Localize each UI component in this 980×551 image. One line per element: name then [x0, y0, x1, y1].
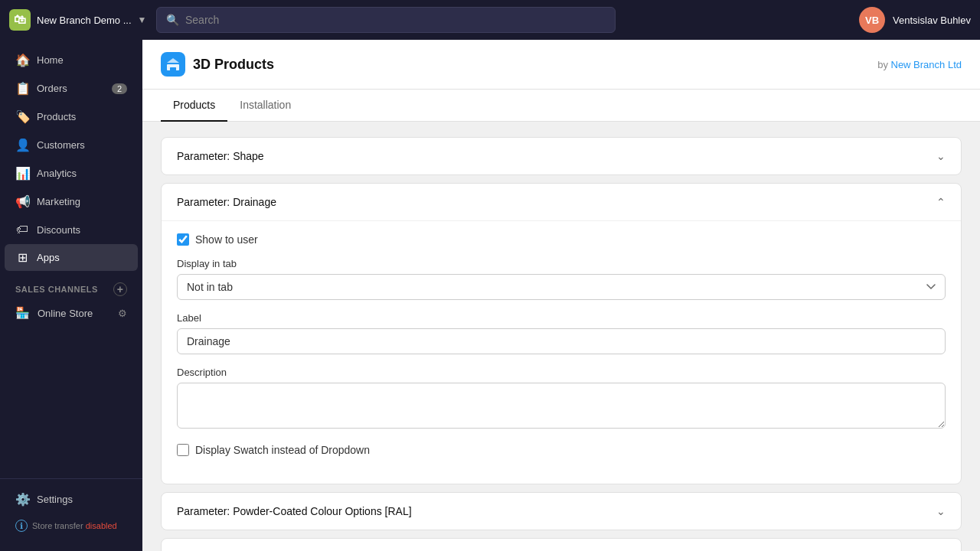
store-icon: 🏪 — [15, 306, 30, 320]
param-title-shape: Parameter: Shape — [177, 150, 264, 162]
sidebar-item-label: Discounts — [37, 224, 80, 236]
param-header-drainage[interactable]: Parameter: Drainage ⌃ — [162, 184, 961, 220]
show-to-user-label[interactable]: Show to user — [195, 233, 258, 246]
chevron-up-icon: ⌃ — [936, 196, 946, 208]
tabs-bar: Products Installation — [142, 90, 980, 122]
display-in-tab-group: Display in tab Not in tab Tab 1 Tab 2 — [177, 258, 946, 300]
sidebar-item-label: Analytics — [37, 168, 77, 179]
home-icon: 🏠 — [15, 53, 29, 67]
param-body-drainage: Show to user Display in tab Not in tab T… — [162, 220, 961, 484]
avatar[interactable]: VB — [859, 7, 885, 33]
sidebar-item-discounts[interactable]: 🏷 Discounts — [5, 217, 138, 243]
description-field-label: Description — [177, 367, 946, 378]
sidebar-bottom: ⚙️ Settings ℹ Store transfer disabled — [0, 478, 142, 545]
products-icon: 🏷️ — [15, 109, 29, 124]
analytics-icon: 📊 — [15, 166, 29, 181]
label-field-label: Label — [177, 312, 946, 324]
sidebar-item-settings[interactable]: ⚙️ Settings — [5, 486, 138, 513]
online-store-label: Online Store — [38, 308, 93, 319]
customers-icon: 👤 — [15, 138, 29, 152]
top-nav: 🛍 New Branch Demo ... ▼ 🔍 Search VB Vent… — [0, 0, 980, 40]
label-field-group: Label — [177, 312, 946, 354]
chevron-down-icon: ⌄ — [936, 150, 946, 162]
tab-installation[interactable]: Installation — [227, 90, 303, 122]
layout: 🏠 Home 📋 Orders 2 🏷️ Products 👤 Customer… — [0, 40, 980, 551]
app-title: 3D Products — [193, 57, 274, 73]
param-card-powder-coated: Parameter: Powder-Coated Colour Options … — [161, 492, 962, 530]
sidebar-item-label: Home — [37, 54, 64, 66]
search-placeholder: Search — [185, 14, 219, 26]
disabled-status: disabled — [86, 521, 117, 530]
add-sales-channel-button[interactable]: + — [113, 282, 127, 296]
param-header-shape[interactable]: Parameter: Shape ⌄ — [162, 138, 961, 174]
show-to-user-row: Show to user — [177, 233, 946, 246]
sales-channels-label: SALES CHANNELS — [15, 285, 98, 294]
sales-channels-header: SALES CHANNELS + — [5, 272, 138, 299]
store-transfer: ℹ Store transfer disabled — [5, 514, 138, 538]
search-bar[interactable]: 🔍 Search — [156, 7, 616, 33]
sidebar-item-label: Products — [37, 111, 76, 122]
param-card-drainage: Parameter: Drainage ⌃ Show to user Displ… — [161, 183, 962, 484]
svg-marker-1 — [167, 58, 179, 63]
sidebar-item-label: Marketing — [37, 196, 80, 207]
param-card-pvc-liner: Parameter: Include Bespoke PVC Liner ⌄ — [161, 538, 962, 551]
user-name: Ventsislav Buhlev — [893, 15, 971, 26]
orders-badge: 2 — [112, 83, 127, 94]
display-swatch-checkbox[interactable] — [177, 444, 189, 456]
param-title-drainage: Parameter: Drainage — [177, 196, 276, 208]
sidebar-item-customers[interactable]: 👤 Customers — [5, 132, 138, 158]
display-swatch-label[interactable]: Display Swatch instead of Dropdown — [195, 444, 370, 456]
label-field-input[interactable] — [177, 328, 946, 354]
display-in-tab-label: Display in tab — [177, 258, 946, 269]
discounts-icon: 🏷 — [15, 223, 29, 236]
sidebar-item-online-store[interactable]: 🏪 Online Store ⚙ — [5, 300, 138, 326]
tab-products[interactable]: Products — [161, 90, 227, 122]
param-header-powder-coated[interactable]: Parameter: Powder-Coated Colour Options … — [162, 493, 961, 530]
nav-right: VB Ventsislav Buhlev — [859, 7, 971, 33]
show-to-user-checkbox[interactable] — [177, 233, 189, 246]
app-header: 3D Products by New Branch Ltd — [142, 40, 980, 90]
sidebar-item-label: Orders — [37, 83, 67, 94]
app-icon — [161, 52, 185, 77]
sidebar-item-home[interactable]: 🏠 Home — [5, 47, 138, 73]
param-header-pvc-liner[interactable]: Parameter: Include Bespoke PVC Liner ⌄ — [162, 539, 961, 551]
sidebar-item-orders[interactable]: 📋 Orders 2 — [5, 75, 138, 102]
apps-icon: ⊞ — [15, 250, 29, 265]
store-transfer-label: Store transfer disabled — [32, 521, 117, 530]
app-by-text: by New Branch Ltd — [877, 59, 962, 70]
store-settings-icon[interactable]: ⚙ — [118, 308, 127, 319]
app-by-link[interactable]: New Branch Ltd — [891, 59, 962, 70]
param-card-shape: Parameter: Shape ⌄ — [161, 137, 962, 175]
display-in-tab-select[interactable]: Not in tab Tab 1 Tab 2 — [177, 274, 946, 300]
content-area: Parameter: Shape ⌄ Parameter: Drainage ⌃… — [142, 122, 980, 551]
sidebar-item-label: Customers — [37, 139, 85, 151]
param-title-powder-coated: Parameter: Powder-Coated Colour Options … — [177, 505, 412, 517]
sidebar-item-products[interactable]: 🏷️ Products — [5, 103, 138, 130]
app-by-line: by New Branch Ltd — [877, 57, 962, 71]
brand-chevron-icon: ▼ — [138, 15, 147, 25]
main-content: 3D Products by New Branch Ltd Products I… — [142, 40, 980, 551]
display-swatch-row: Display Swatch instead of Dropdown — [177, 444, 946, 456]
description-field-group: Description — [177, 367, 946, 432]
brand-area[interactable]: 🛍 New Branch Demo ... ▼ — [9, 9, 147, 31]
svg-rect-2 — [170, 67, 176, 70]
description-field-textarea[interactable] — [177, 383, 946, 429]
sidebar: 🏠 Home 📋 Orders 2 🏷️ Products 👤 Customer… — [0, 40, 142, 551]
orders-icon: 📋 — [15, 81, 29, 96]
settings-label: Settings — [37, 494, 73, 505]
sidebar-item-analytics[interactable]: 📊 Analytics — [5, 160, 138, 187]
chevron-down-icon: ⌄ — [936, 505, 946, 517]
sidebar-item-marketing[interactable]: 📢 Marketing — [5, 188, 138, 215]
brand-name: New Branch Demo ... — [37, 15, 132, 26]
info-icon: ℹ — [15, 520, 28, 532]
search-icon: 🔍 — [166, 14, 179, 26]
sidebar-item-apps[interactable]: ⊞ Apps — [5, 244, 138, 271]
settings-icon: ⚙️ — [15, 492, 29, 507]
sidebar-item-label: Apps — [37, 252, 60, 263]
app-title-area: 3D Products — [161, 52, 274, 77]
marketing-icon: 📢 — [15, 194, 29, 209]
brand-icon: 🛍 — [9, 9, 31, 31]
